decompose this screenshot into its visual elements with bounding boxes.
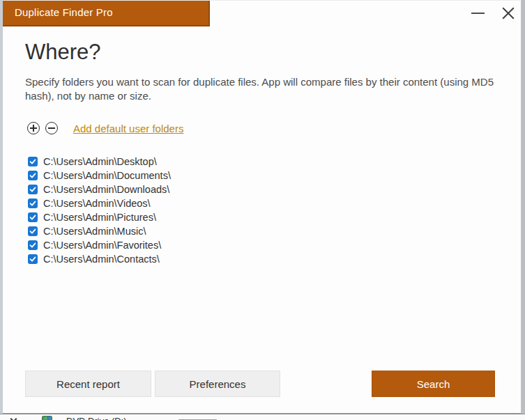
page-description: Specify folders you want to scan for dup… [25,75,510,103]
page-title: Where? [25,40,101,65]
recent-report-button[interactable]: Recent report [25,371,151,397]
folder-path-label: C:\Users\Admin\Pictures\ [43,212,156,223]
checkmark-icon [29,242,36,249]
window-title-tab[interactable]: Duplicate Finder Pro [3,1,210,26]
background-window-bottom-strip: DVD Drive (D:) [0,414,525,420]
folder-checkbox[interactable] [28,254,38,264]
checkmark-icon [29,228,36,235]
folder-checkbox[interactable] [28,226,38,236]
checkmark-icon [29,214,36,221]
folder-path-label: C:\Users\Admin\Documents\ [43,170,171,181]
folder-checkbox[interactable] [28,185,38,194]
checkmark-icon [29,186,36,193]
folder-row: C:\Users\Admin\Music\ [28,224,171,238]
page-description-line2: hash), not by name or size. [25,90,151,102]
duplicate-finder-window: Duplicate Finder Pro Where? Specify fold… [3,0,522,414]
folder-path-label: C:\Users\Admin\Downloads\ [43,184,169,195]
folder-checkbox[interactable] [28,240,38,250]
folder-toolbar: Add default user folders [27,120,183,136]
checkmark-icon [29,172,36,179]
add-folder-button[interactable] [27,122,40,134]
folder-path-label: C:\Users\Admin\Contacts\ [43,254,160,265]
search-button[interactable]: Search [372,371,495,397]
folder-path-label: C:\Users\Admin\Desktop\ [43,156,157,167]
folder-checkbox[interactable] [28,199,38,208]
folder-row: C:\Users\Admin\Pictures\ [28,210,171,224]
preferences-button[interactable]: Preferences [155,371,280,397]
folder-checkbox[interactable] [28,157,38,166]
background-item-label: DVD Drive (D:) [66,416,127,420]
dvd-drive-icon [42,416,52,420]
folder-path-label: C:\Users\Admin\Favorites\ [43,240,161,251]
minus-circle-icon [45,122,58,134]
chevron-expand-icon [10,416,17,420]
minimize-icon [471,13,485,14]
checkmark-icon [29,256,36,263]
folder-row: C:\Users\Admin\Downloads\ [28,182,171,196]
folder-row: C:\Users\Admin\Documents\ [28,169,171,182]
folder-row: C:\Users\Admin\Favorites\ [28,238,171,252]
checkmark-icon [29,200,36,207]
folder-row: C:\Users\Admin\Desktop\ [28,155,171,169]
checkmark-icon [29,158,36,165]
folder-path-label: C:\Users\Admin\Music\ [43,226,146,237]
folder-row: C:\Users\Admin\Contacts\ [28,252,171,266]
folder-checkbox[interactable] [28,212,38,222]
remove-folder-button[interactable] [45,122,58,134]
page-description-line1: Specify folders you want to scan for dup… [25,76,494,88]
folder-list: C:\Users\Admin\Desktop\ C:\Users\Admin\D… [28,155,171,266]
close-icon [501,6,515,20]
plus-circle-icon [27,122,40,134]
minimize-button[interactable] [466,2,489,24]
folder-row: C:\Users\Admin\Videos\ [28,196,171,210]
add-default-folders-link[interactable]: Add default user folders [73,123,183,134]
folder-path-label: C:\Users\Admin\Videos\ [43,198,151,209]
folder-checkbox[interactable] [28,171,38,180]
close-button[interactable] [496,2,520,24]
window-title: Duplicate Finder Pro [3,1,208,24]
